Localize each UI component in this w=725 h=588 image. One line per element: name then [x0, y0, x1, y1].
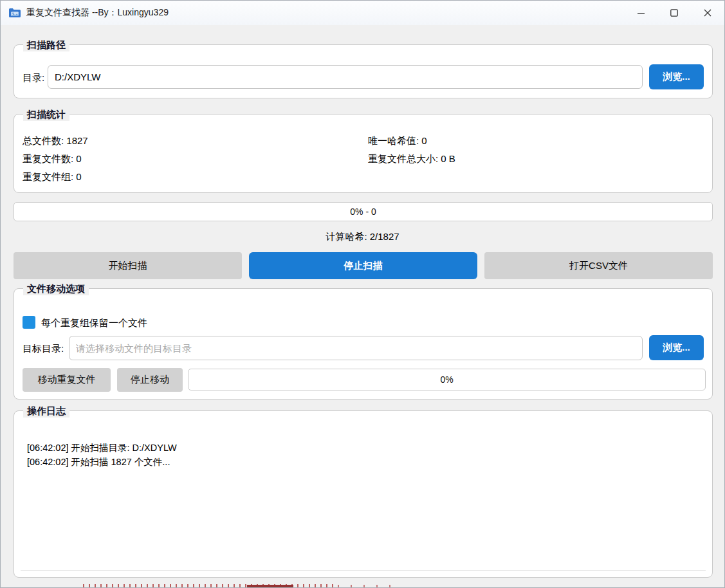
app-window: 重复文件查找器 --By：Luxingyu329 扫描路径 目录:	[0, 0, 725, 588]
scan-stats-group-title: 扫描统计	[23, 108, 69, 121]
stat-unique-hashes: 唯一哈希值: 0	[368, 132, 455, 150]
clipped-bottom-text	[1, 583, 725, 588]
log-entry: [06:42:02] 开始扫描目录: D:/XDYLW	[27, 441, 699, 455]
keep-one-checkbox[interactable]	[23, 316, 35, 329]
clipped-text-marks	[247, 585, 293, 588]
browse-target-dir-button[interactable]: 浏览...	[649, 335, 704, 360]
browse-scan-dir-button[interactable]: 浏览...	[649, 64, 704, 89]
stat-duplicate-files: 重复文件数: 0	[23, 150, 88, 168]
scan-path-group-title: 扫描路径	[23, 39, 69, 51]
scan-stats-group: 扫描统计 总文件数: 1827 重复文件数: 0 重复文件组: 0 唯一哈希值:…	[14, 114, 713, 193]
stat-duplicate-groups: 重复文件组: 0	[23, 168, 88, 186]
log-entry: [06:42:02] 开始扫描 1827 个文件...	[27, 455, 699, 469]
stat-duplicate-size: 重复文件总大小: 0 B	[368, 150, 455, 168]
scan-progress-text: 0% - 0	[350, 207, 376, 217]
move-duplicates-button[interactable]: 移动重复文件	[23, 368, 111, 392]
clipped-text-marks	[83, 584, 335, 588]
log-divider	[21, 570, 706, 571]
maximize-button[interactable]	[657, 1, 691, 25]
stop-move-button[interactable]: 停止移动	[117, 368, 183, 392]
maximize-icon	[670, 9, 678, 17]
move-options-group-title: 文件移动选项	[23, 282, 89, 295]
hash-status-text: 计算哈希: 2/1827	[1, 231, 724, 243]
directory-input[interactable]	[48, 65, 643, 89]
close-icon	[704, 9, 711, 17]
close-button[interactable]	[691, 1, 724, 25]
log-group-title: 操作日志	[23, 405, 69, 418]
clipped-text-marks	[338, 585, 402, 588]
log-text-area[interactable]: [06:42:02] 开始扫描目录: D:/XDYLW [06:42:02] 开…	[27, 441, 699, 469]
move-options-group: 文件移动选项 每个重复组保留一个文件 目标目录: 浏览... 移动重复文件 停止…	[14, 288, 713, 400]
open-csv-button[interactable]: 打开CSV文件	[484, 252, 713, 279]
stop-scan-button[interactable]: 停止扫描	[249, 252, 477, 279]
window-controls	[624, 1, 724, 25]
directory-label: 目录:	[23, 72, 44, 84]
target-dir-label: 目标目录:	[23, 343, 64, 355]
start-scan-button[interactable]: 开始扫描	[14, 252, 242, 279]
move-progress-text: 0%	[440, 374, 453, 385]
keep-one-label: 每个重复组保留一个文件	[41, 317, 147, 329]
stat-total-files: 总文件数: 1827	[23, 132, 88, 150]
scan-path-group: 扫描路径 目录: 浏览...	[14, 44, 713, 98]
minimize-icon	[638, 10, 645, 17]
minimize-button[interactable]	[624, 1, 657, 25]
title-bar: 重复文件查找器 --By：Luxingyu329	[1, 1, 724, 25]
stats-left-column: 总文件数: 1827 重复文件数: 0 重复文件组: 0	[23, 132, 88, 186]
target-dir-input[interactable]	[69, 336, 643, 360]
window-title: 重复文件查找器 --By：Luxingyu329	[26, 7, 169, 19]
move-progress-bar: 0%	[188, 369, 706, 390]
app-folder-icon	[8, 8, 21, 18]
scan-progress-bar: 0% - 0	[14, 202, 713, 221]
stats-right-column: 唯一哈希值: 0 重复文件总大小: 0 B	[368, 132, 455, 168]
log-group: 操作日志 [06:42:02] 开始扫描目录: D:/XDYLW [06:42:…	[14, 410, 713, 578]
